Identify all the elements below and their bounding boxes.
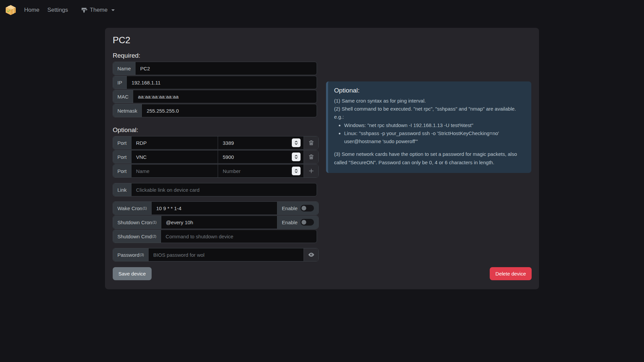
link-field-row: Link	[113, 183, 317, 196]
new-port-number-input[interactable]	[218, 168, 292, 174]
netmask-field-row: Netmask	[113, 104, 317, 117]
info-box-heading: Optional:	[334, 86, 525, 95]
chevron-down-icon	[111, 9, 115, 11]
wake-cron-label: Wake Cron(1)	[113, 202, 152, 215]
page-title: PC2	[113, 35, 532, 46]
number-stepper[interactable]	[292, 167, 301, 175]
netmask-label: Netmask	[113, 104, 142, 117]
shutdown-cmd-label: Shutdown Cmd(2)	[113, 230, 161, 243]
link-label: Link	[113, 183, 131, 196]
mac-field-row: MAC	[113, 90, 317, 103]
stepper-arrows-icon	[294, 154, 298, 160]
wake-cron-enable-seg: Enable	[277, 202, 318, 215]
add-port-button[interactable]	[304, 165, 318, 177]
nav-settings[interactable]: Settings	[47, 7, 68, 13]
port-label: Port	[113, 150, 131, 163]
wake-cron-input[interactable]	[152, 202, 277, 215]
package-icon	[5, 4, 17, 16]
port-number-wrap	[218, 136, 304, 149]
port-number-wrap	[218, 150, 304, 163]
port-number-input[interactable]	[218, 154, 292, 160]
shutdown-cron-row: Shutdown Cron(1) Enable	[113, 216, 319, 229]
mac-label: MAC	[113, 90, 133, 103]
shutdown-cron-label: Shutdown Cron(1)	[113, 216, 161, 229]
theme-label: Theme	[90, 7, 108, 13]
toggle-knob	[302, 220, 306, 225]
wake-cron-row: Wake Cron(1) Enable	[113, 201, 319, 215]
info-example-windows: Windows: "net rpc shutdown -I 192.168.1.…	[344, 121, 525, 129]
optional-heading: Optional:	[113, 126, 319, 134]
trash-icon	[308, 139, 315, 146]
shutdown-cron-input[interactable]	[161, 216, 277, 229]
brush-icon	[81, 7, 87, 13]
wake-cron-enable-toggle[interactable]	[301, 205, 314, 212]
name-field-row: Name	[113, 62, 317, 75]
shutdown-cmd-row: Shutdown Cmd(2)	[113, 230, 317, 243]
port-label: Port	[113, 165, 131, 177]
ip-label: IP	[113, 76, 127, 89]
link-input[interactable]	[131, 183, 317, 196]
wake-cron-enable-label: Enable	[282, 205, 298, 211]
delete-port-button[interactable]	[304, 150, 318, 163]
theme-dropdown[interactable]: Theme	[81, 7, 115, 13]
navbar: Home Settings Theme	[0, 0, 644, 20]
stepper-arrows-icon	[294, 140, 298, 145]
port-number-wrap	[218, 165, 304, 177]
netmask-input[interactable]	[142, 104, 317, 117]
shutdown-cmd-input[interactable]	[161, 230, 317, 243]
ip-field-row: IP	[113, 76, 317, 89]
password-label: Password(3)	[113, 248, 149, 261]
plus-icon	[308, 168, 315, 174]
ip-input[interactable]	[127, 76, 317, 89]
trash-icon	[308, 154, 315, 160]
port-label: Port	[113, 136, 131, 149]
info-box-text: (1) Same cron syntax as for ping interva…	[334, 97, 525, 121]
delete-device-button[interactable]: Delete device	[490, 267, 532, 280]
port-name-input[interactable]	[131, 136, 218, 149]
save-device-button[interactable]: Save device	[113, 267, 152, 280]
optional-info-box: Optional: (1) Same cron syntax as for pi…	[326, 81, 531, 173]
nav-home[interactable]: Home	[24, 7, 39, 13]
port-row: Port	[113, 150, 319, 164]
number-stepper[interactable]	[292, 153, 301, 161]
number-stepper[interactable]	[292, 138, 301, 147]
info-box-examples: Windows: "net rpc shutdown -I 192.168.1.…	[334, 121, 525, 146]
shutdown-cron-enable-toggle[interactable]	[301, 219, 314, 226]
toggle-knob	[302, 206, 306, 210]
shutdown-cron-enable-label: Enable	[282, 220, 298, 225]
port-name-input[interactable]	[131, 150, 218, 163]
password-row: Password(3)	[113, 248, 319, 261]
shutdown-cron-enable-seg: Enable	[277, 216, 318, 229]
name-input[interactable]	[136, 62, 317, 75]
info-box-note: (3) Some network cards have the option t…	[334, 150, 525, 167]
mac-input[interactable]	[133, 90, 317, 103]
app-logo[interactable]	[5, 4, 17, 16]
show-password-button[interactable]	[304, 248, 318, 261]
device-card: PC2 Required: Name IP MAC Netmask	[105, 28, 539, 289]
new-port-name-input[interactable]	[131, 165, 218, 177]
delete-port-button[interactable]	[304, 136, 318, 149]
port-row-new: Port	[113, 164, 319, 178]
port-number-input[interactable]	[218, 140, 292, 146]
eye-icon	[308, 251, 315, 258]
info-example-linux: Linux: "sshpass -p your_password ssh -o …	[344, 129, 525, 146]
name-label: Name	[113, 62, 136, 75]
password-input[interactable]	[149, 248, 304, 261]
stepper-arrows-icon	[294, 168, 298, 174]
required-heading: Required:	[113, 52, 319, 59]
port-row: Port	[113, 136, 319, 149]
